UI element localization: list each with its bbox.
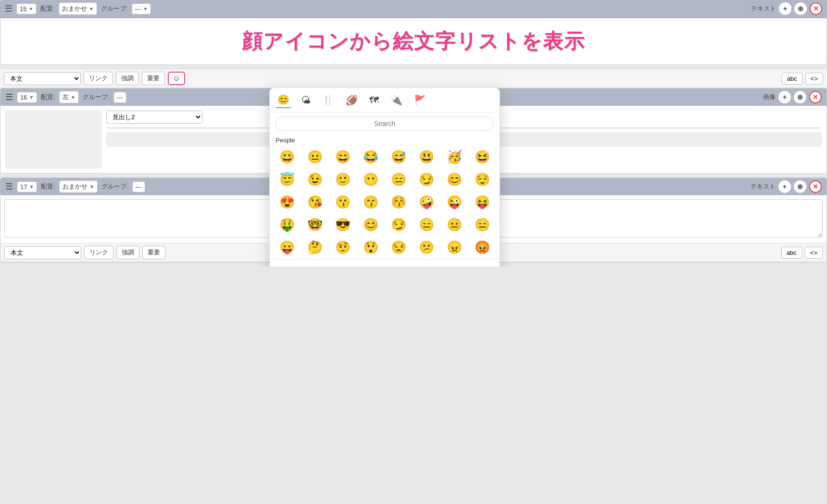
layout-select-17[interactable]: おまかせ ▼ <box>59 180 98 193</box>
emoji-item[interactable]: 😊 <box>441 170 468 189</box>
emoji-item[interactable]: 😍 <box>274 193 301 212</box>
emoji-search-container <box>270 113 500 135</box>
chevron-down-icon: ▼ <box>29 184 34 189</box>
layout-label-17: 配置: <box>41 182 55 191</box>
close-button-17[interactable]: ✕ <box>809 180 822 193</box>
add-button-17[interactable]: + <box>778 180 791 193</box>
add-button-16[interactable]: + <box>778 91 791 103</box>
hamburger-icon-16[interactable]: ☰ <box>5 92 13 102</box>
emoji-grid-row1: 😀 😐 😄 😂 😅 😃 🥳 😆 <box>270 146 500 168</box>
emoji-item[interactable]: 😠 <box>441 238 468 257</box>
emoji-item[interactable]: 😝 <box>469 193 496 212</box>
emoji-search-input[interactable] <box>276 116 494 131</box>
important-button-15[interactable]: 重要 <box>142 72 165 85</box>
emoji-item[interactable]: 😒 <box>385 238 412 257</box>
emoji-item[interactable]: 🤓 <box>301 215 328 234</box>
emoji-item[interactable]: 😗 <box>329 193 356 212</box>
emoji-item[interactable]: 😜 <box>441 193 468 212</box>
row-number-select-16[interactable]: 16 ▼ <box>17 92 37 103</box>
up-button-15[interactable]: ⊕ <box>794 2 807 15</box>
emoji-item[interactable]: 😚 <box>385 193 412 212</box>
emoji-item[interactable]: 😆 <box>469 148 496 166</box>
emoji-item[interactable]: 😑 <box>469 215 496 234</box>
cat-symbols-btn[interactable]: 🚩 <box>412 92 428 108</box>
emoji-item[interactable]: 😑 <box>385 170 412 189</box>
toolbar17-right: テキスト + ⊕ ✕ <box>751 180 822 193</box>
emoji-grid-row3: 😍 😘 😗 😙 😚 🤪 😜 😝 <box>270 191 500 214</box>
emoji-item[interactable]: 🤑 <box>274 215 301 234</box>
emoji-item[interactable]: 😏 <box>413 170 440 189</box>
emoji-item[interactable]: 😂 <box>357 148 384 166</box>
up-button-16[interactable]: ⊕ <box>794 91 806 103</box>
hamburger-icon-17[interactable]: ☰ <box>5 181 13 192</box>
toolbar15-right: テキスト + ⊕ ✕ <box>751 2 822 15</box>
code-button-15[interactable]: <> <box>805 73 823 85</box>
emoji-item[interactable]: 😄 <box>329 148 356 166</box>
row16-format-select[interactable]: 見出し2 <box>106 111 202 124</box>
hamburger-icon-15[interactable]: ☰ <box>5 3 13 14</box>
emoji-item[interactable]: 😌 <box>469 170 496 189</box>
emoji-item[interactable]: 😅 <box>385 148 412 166</box>
cat-activity-btn[interactable]: 🏈 <box>344 92 360 108</box>
emoji-item[interactable]: 😊 <box>357 215 384 234</box>
code-button-17[interactable]: <> <box>805 247 823 259</box>
emoji-item[interactable]: 😐 <box>441 215 468 234</box>
emoji-item[interactable]: 😘 <box>301 193 328 212</box>
group-select-16[interactable]: --- <box>113 92 126 103</box>
emoji-item[interactable]: 😲 <box>357 238 384 257</box>
cat-objects-btn[interactable]: 🔌 <box>388 92 404 108</box>
emoji-item[interactable]: 😡 <box>469 238 496 257</box>
cat-food-btn[interactable]: 🍴 <box>320 92 336 108</box>
format-toolbar-15: 本文 リンク 強調 重要 ☺ abc <> 😊 🌤 🍴 🏈 🗺 🔌 🚩 <box>0 69 827 88</box>
emoji-item[interactable]: 😕 <box>413 238 440 257</box>
emoji-grid-row2: 😇 😉 🙂 😶 😑 😏 😊 😌 <box>270 168 500 191</box>
abc-button-15[interactable]: abc <box>782 73 802 85</box>
chevron-down-icon: ▼ <box>28 6 33 12</box>
cat-people-btn[interactable]: 😊 <box>276 92 291 108</box>
emoji-item[interactable]: 😃 <box>413 148 440 166</box>
important-button-17[interactable]: 重要 <box>142 246 165 259</box>
row-number-select-17[interactable]: 17 ▼ <box>17 181 37 192</box>
abc-button-17[interactable]: abc <box>781 247 802 259</box>
close-button-16[interactable]: ✕ <box>809 91 822 103</box>
row15-toolbar: ☰ 15 ▼ 配置: おまかせ ▼ グループ: --- ▼ テキスト + ⊕ ✕ <box>0 0 827 18</box>
group-select-17[interactable]: --- <box>132 181 145 192</box>
emoji-item[interactable]: 🙂 <box>329 170 356 189</box>
cat-travel-btn[interactable]: 🗺 <box>367 93 381 108</box>
group-label-16: グループ: <box>83 93 110 101</box>
up-button-17[interactable]: ⊕ <box>794 180 806 193</box>
emoji-item[interactable]: 😐 <box>301 148 328 166</box>
emoji-item[interactable]: 😉 <box>301 170 328 189</box>
emoji-item[interactable]: 🤪 <box>413 193 440 212</box>
emoji-item[interactable]: 😀 <box>274 148 301 166</box>
group-label-15: グループ: <box>101 4 128 13</box>
format-select-17[interactable]: 本文 <box>4 246 81 259</box>
row-number-select-15[interactable]: 15 ▼ <box>16 3 37 14</box>
emoji-item[interactable]: 🤨 <box>329 238 356 257</box>
emoji-item[interactable]: 🥳 <box>441 148 468 166</box>
emoji-item[interactable]: 😑 <box>413 215 440 234</box>
emoji-item[interactable]: 🤔 <box>301 238 328 257</box>
emoji-item[interactable]: 😛 <box>274 238 301 257</box>
layout-select-16[interactable]: 左 ▼ <box>59 91 79 103</box>
cat-nature-btn[interactable]: 🌤 <box>299 93 313 108</box>
format-select-15[interactable]: 本文 <box>4 72 81 85</box>
emoji-item[interactable]: 😎 <box>329 215 356 234</box>
bold-button-15[interactable]: 強調 <box>116 72 139 85</box>
emoji-footer: Please select an emoji from the list abo… <box>270 259 500 266</box>
row15-type-label: テキスト <box>751 4 776 13</box>
bold-button-17[interactable]: 強調 <box>116 246 139 259</box>
emoji-item[interactable]: 😶 <box>357 170 384 189</box>
link-button-17[interactable]: リンク <box>84 246 113 259</box>
emoji-button-15[interactable]: ☺ <box>168 72 185 85</box>
add-button-15[interactable]: + <box>779 2 791 15</box>
emoji-item[interactable]: 😇 <box>274 170 301 189</box>
emoji-item[interactable]: 😏 <box>385 215 412 234</box>
group-select-15[interactable]: --- ▼ <box>132 3 151 14</box>
format-right-17: abc <> <box>781 247 823 259</box>
layout-label-15: 配置: <box>40 4 55 13</box>
link-button-15[interactable]: リンク <box>84 72 113 85</box>
close-button-15[interactable]: ✕ <box>810 2 822 15</box>
emoji-item[interactable]: 😙 <box>357 193 384 212</box>
layout-select-15[interactable]: おまかせ ▼ <box>59 2 97 15</box>
